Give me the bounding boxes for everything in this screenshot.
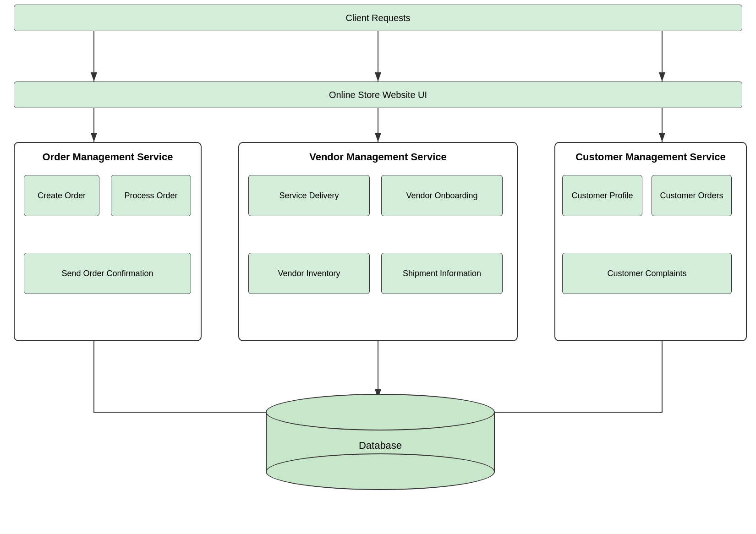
database-top-ellipse bbox=[266, 394, 495, 430]
diagram: Client Requests Online Store Website UI … bbox=[0, 0, 756, 534]
service-delivery-label: Service Delivery bbox=[279, 191, 339, 201]
service-delivery-box: Service Delivery bbox=[248, 175, 370, 216]
database-bottom-ellipse bbox=[266, 453, 495, 490]
vendor-inventory-label: Vendor Inventory bbox=[278, 269, 340, 278]
client-requests-box: Client Requests bbox=[14, 5, 742, 31]
process-order-box: Process Order bbox=[111, 175, 191, 216]
customer-management-title: Customer Management Service bbox=[555, 151, 746, 163]
customer-profile-box: Customer Profile bbox=[562, 175, 642, 216]
send-order-confirmation-label: Send Order Confirmation bbox=[61, 269, 153, 278]
customer-orders-label: Customer Orders bbox=[660, 191, 723, 201]
database-label: Database bbox=[266, 440, 495, 452]
process-order-label: Process Order bbox=[124, 191, 177, 201]
customer-complaints-box: Customer Complaints bbox=[562, 253, 732, 294]
vendor-onboarding-label: Vendor Onboarding bbox=[406, 191, 477, 201]
vendor-onboarding-box: Vendor Onboarding bbox=[381, 175, 503, 216]
customer-profile-label: Customer Profile bbox=[571, 191, 633, 201]
vendor-inventory-box: Vendor Inventory bbox=[248, 253, 370, 294]
online-store-label: Online Store Website UI bbox=[329, 90, 427, 100]
database-container: Database bbox=[266, 394, 495, 485]
client-requests-label: Client Requests bbox=[345, 13, 410, 23]
order-management-title: Order Management Service bbox=[15, 151, 201, 163]
shipment-information-label: Shipment Information bbox=[403, 269, 481, 278]
customer-orders-box: Customer Orders bbox=[652, 175, 732, 216]
vendor-management-title: Vendor Management Service bbox=[239, 151, 517, 163]
shipment-information-box: Shipment Information bbox=[381, 253, 503, 294]
create-order-label: Create Order bbox=[38, 191, 86, 201]
customer-management-service-box: Customer Management Service Customer Pro… bbox=[554, 142, 747, 341]
create-order-box: Create Order bbox=[24, 175, 99, 216]
online-store-box: Online Store Website UI bbox=[14, 82, 742, 108]
send-order-confirmation-box: Send Order Confirmation bbox=[24, 253, 191, 294]
customer-complaints-label: Customer Complaints bbox=[607, 269, 686, 278]
vendor-management-service-box: Vendor Management Service Service Delive… bbox=[238, 142, 518, 341]
order-management-service-box: Order Management Service Create Order Pr… bbox=[14, 142, 202, 341]
